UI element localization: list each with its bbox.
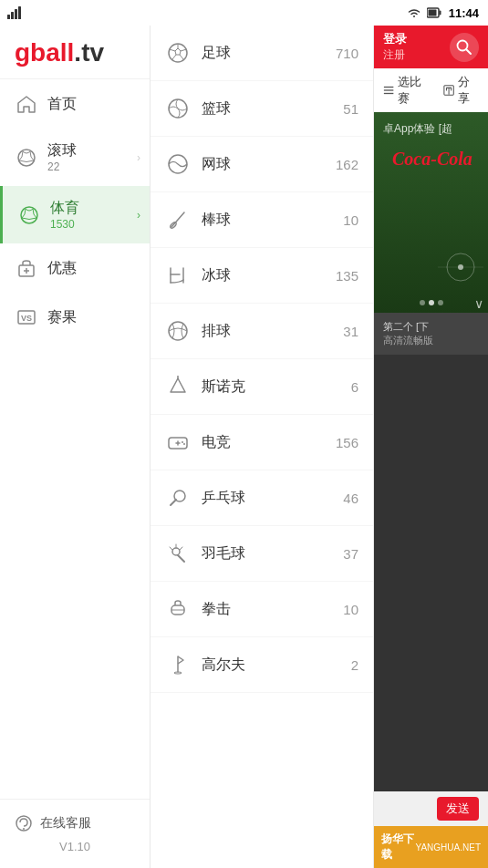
- sport-item-basketball[interactable]: 篮球 51: [151, 81, 373, 137]
- sport-item-boxing[interactable]: 拳击 10: [151, 582, 373, 637]
- sport-item-icehockey[interactable]: 冰球 135: [151, 248, 373, 304]
- sport-list: 足球 710 篮球 51 网球 162: [151, 26, 374, 868]
- status-icons: 11:44: [407, 6, 479, 20]
- sidebar-item-home[interactable]: 首页: [0, 79, 150, 129]
- promotions-icon: [15, 256, 38, 280]
- svg-line-43: [180, 547, 182, 550]
- sidebar-service[interactable]: 在线客服: [15, 814, 135, 832]
- sports-chevron-icon: ›: [137, 209, 140, 222]
- svg-line-21: [172, 55, 176, 59]
- sport-item-boxing-name: 拳击: [202, 600, 343, 619]
- sidebar-item-results-label: 赛果: [47, 308, 77, 327]
- sport-item-football[interactable]: 足球 710: [151, 26, 373, 81]
- collapse-icon[interactable]: ∨: [474, 296, 483, 311]
- svg-line-40: [178, 555, 184, 562]
- icehockey-icon: [165, 263, 191, 288]
- search-button[interactable]: [450, 33, 479, 62]
- coca-cola-text: Coca-Cola: [383, 140, 482, 179]
- sidebar-item-promotions[interactable]: 优惠: [0, 243, 150, 293]
- right-panel-ad: 卓App体验 [超 Coca-Cola ∨: [374, 112, 488, 313]
- sport-item-volleyball-count: 31: [343, 324, 358, 339]
- sidebar-item-rolling-count: 22: [47, 160, 77, 173]
- menu-icon: [383, 84, 394, 97]
- svg-line-44: [170, 547, 172, 550]
- boxing-icon: [165, 596, 191, 622]
- svg-marker-17: [175, 48, 181, 55]
- select-match-button[interactable]: 选比赛: [383, 74, 429, 107]
- right-panel-input-bar: 发送: [374, 791, 488, 826]
- sidebar-item-home-text: 首页: [47, 95, 77, 114]
- sidebar-item-sports-label: 体育: [50, 199, 79, 218]
- sport-item-esports[interactable]: 电竞 156: [151, 415, 373, 470]
- sidebar-version: V1.10: [15, 840, 135, 853]
- sidebar-bottom: 在线客服 V1.10: [0, 799, 150, 868]
- sidebar-item-sports[interactable]: 体育 1530 ›: [0, 186, 150, 243]
- carrier-label: [7, 6, 24, 19]
- sport-item-golf-count: 2: [351, 657, 358, 673]
- baseball-icon: [165, 207, 191, 232]
- sport-item-snooker[interactable]: 斯诺克 6: [151, 359, 373, 415]
- share-button[interactable]: 分享: [443, 74, 479, 107]
- sport-item-badminton[interactable]: 羽毛球 37: [151, 526, 373, 582]
- sidebar-item-sports-text: 体育 1530: [50, 199, 79, 231]
- svg-rect-1: [11, 12, 14, 19]
- sport-item-baseball-name: 棒球: [202, 211, 343, 230]
- slide-dot-1: [420, 300, 425, 305]
- yanghua-banner[interactable]: 扬华下载 YANGHUA.NET: [374, 826, 488, 868]
- svg-line-25: [171, 212, 184, 227]
- register-button[interactable]: 注册: [383, 47, 407, 63]
- caption2: 高清流畅版: [383, 334, 479, 347]
- right-panel-actions: 选比赛 分享: [374, 68, 488, 112]
- home-icon: [15, 92, 38, 116]
- sport-item-tennis-name: 网球: [202, 155, 336, 174]
- login-register-group: 登录 注册: [383, 31, 407, 63]
- svg-point-15: [23, 828, 25, 830]
- sport-item-volleyball-name: 排球: [202, 322, 343, 341]
- status-bar: 11:44: [0, 0, 488, 26]
- time-display: 11:44: [449, 6, 479, 20]
- sidebar-logo: gball.tv: [0, 26, 150, 79]
- sport-item-tennis-count: 162: [336, 157, 358, 172]
- select-match-label: 选比赛: [398, 74, 429, 107]
- sport-item-badminton-count: 37: [343, 546, 358, 562]
- sidebar-item-rolling-text: 滚球 22: [47, 141, 77, 173]
- share-label: 分享: [458, 74, 479, 107]
- service-icon: [15, 814, 33, 832]
- svg-rect-3: [18, 6, 21, 19]
- sidebar-item-rolling[interactable]: 滚球 22 ›: [0, 129, 150, 186]
- sidebar: gball.tv 首页: [0, 26, 151, 868]
- sport-item-icehockey-count: 135: [336, 268, 358, 284]
- sport-item-tabletennis[interactable]: 乒乓球 46: [151, 470, 373, 526]
- sport-item-tabletennis-name: 乒乓球: [202, 489, 343, 508]
- sport-item-badminton-name: 羽毛球: [202, 544, 343, 563]
- sidebar-item-sports-count: 1530: [50, 218, 79, 231]
- sport-item-golf[interactable]: 高尔夫 2: [151, 637, 373, 693]
- sport-item-snooker-name: 斯诺克: [202, 377, 351, 397]
- sport-item-volleyball[interactable]: 排球 31: [151, 304, 373, 359]
- send-button[interactable]: 发送: [437, 797, 479, 821]
- svg-point-36: [182, 441, 183, 443]
- snooker-icon: [165, 374, 191, 399]
- svg-marker-31: [171, 378, 185, 392]
- share-icon: [443, 84, 454, 97]
- yanghua-site: YANGHUA.NET: [416, 842, 482, 852]
- login-button[interactable]: 登录: [383, 31, 407, 47]
- right-panel: 登录 注册 选比赛: [374, 26, 488, 868]
- slide-dot-3: [438, 300, 443, 305]
- sport-item-tennis[interactable]: 网球 162: [151, 137, 373, 192]
- sport-item-esports-count: 156: [336, 435, 358, 450]
- sport-item-tabletennis-count: 46: [343, 491, 358, 506]
- tennis-icon: [165, 151, 191, 177]
- sport-item-basketball-count: 51: [343, 101, 358, 117]
- svg-point-37: [183, 443, 185, 445]
- badminton-icon: [165, 541, 191, 566]
- svg-rect-5: [439, 11, 441, 16]
- sport-item-snooker-count: 6: [351, 379, 358, 395]
- sport-item-golf-name: 高尔夫: [202, 656, 351, 675]
- svg-line-50: [466, 49, 471, 54]
- sidebar-item-results[interactable]: VS 赛果: [0, 293, 150, 342]
- sidebar-item-results-text: 赛果: [47, 308, 77, 327]
- rolling-icon: [15, 146, 38, 170]
- svg-line-39: [171, 500, 176, 505]
- sport-item-baseball[interactable]: 棒球 10: [151, 192, 373, 248]
